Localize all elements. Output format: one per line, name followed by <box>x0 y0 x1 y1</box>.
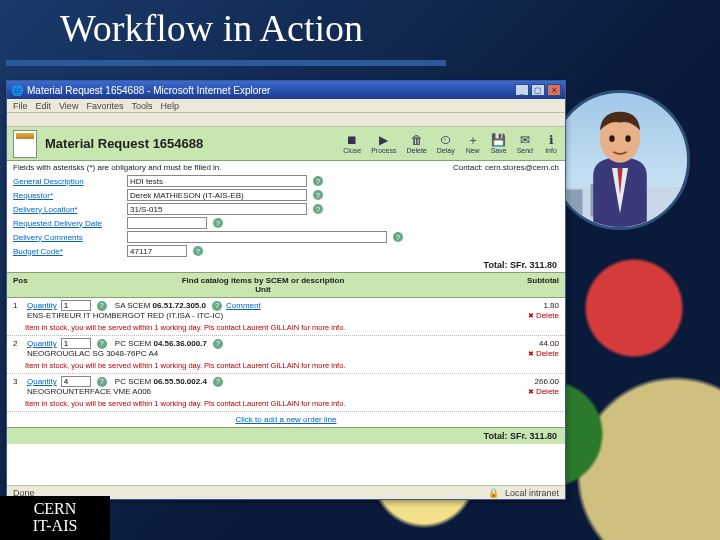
menu-view[interactable]: View <box>59 101 78 111</box>
scem-label: PC SCEM 04.56.36.000.7 <box>115 339 207 348</box>
close-action[interactable]: ⏹Close <box>343 133 361 154</box>
new-action[interactable]: ＋New <box>465 133 481 154</box>
contact-label: Contact: cern.stores@cern.ch <box>453 163 559 172</box>
help-icon[interactable]: ? <box>212 301 222 311</box>
field-budget[interactable]: 47117 <box>127 245 187 257</box>
required-note-row: Fields with asterisks (*) are obligatory… <box>7 161 565 174</box>
field-delivery-comments[interactable] <box>127 231 387 243</box>
maximize-button[interactable]: ▢ <box>531 84 545 96</box>
field-delivery-date[interactable] <box>127 217 207 229</box>
scem-label: PC SCEM 06.55.50.002.4 <box>115 377 207 386</box>
catalog-header: Pos Find catalog items by SCEM or descri… <box>7 272 565 298</box>
line-desc: NEOGROUGLAC SG 3048-76PC A4 <box>13 349 158 358</box>
browser-window: 🌐 Material Request 1654688 - Microsoft I… <box>6 80 566 500</box>
menu-tools[interactable]: Tools <box>131 101 152 111</box>
qty-label[interactable]: Quantity <box>27 301 57 310</box>
required-note: Fields with asterisks (*) are obligatory… <box>13 163 222 172</box>
line-subtotal: 1.80 <box>543 301 559 310</box>
footer-badge: CERN IT-AIS <box>0 496 110 540</box>
delete-action[interactable]: 🗑Delete <box>407 133 427 154</box>
lock-icon: 🔒 <box>488 488 499 498</box>
help-icon[interactable]: ? <box>97 301 107 311</box>
document-icon <box>13 130 37 158</box>
window-titlebar[interactable]: 🌐 Material Request 1654688 - Microsoft I… <box>7 81 565 99</box>
col-find: Find catalog items by SCEM or descriptio… <box>37 276 489 294</box>
line-pos: 2 <box>13 339 23 348</box>
label-delivery-loc[interactable]: Delivery Location* <box>13 205 123 214</box>
stock-message: Item in stock, you will be served within… <box>7 322 565 336</box>
help-icon[interactable]: ? <box>213 218 223 228</box>
menu-edit[interactable]: Edit <box>36 101 52 111</box>
minimize-button[interactable]: _ <box>515 84 529 96</box>
businessman-avatar <box>550 90 690 230</box>
qty-label[interactable]: Quantity <box>27 339 57 348</box>
qty-label[interactable]: Quantity <box>27 377 57 386</box>
process-action[interactable]: ▶Process <box>371 133 396 154</box>
page-header: Material Request 1654688 ⏹Close ▶Process… <box>7 127 565 161</box>
help-icon[interactable]: ? <box>313 204 323 214</box>
line-desc: ENS-ETIREUR IT HOMBERGOT RED (IT.ISA - I… <box>13 311 223 320</box>
stock-message: Item in stock, you will be served within… <box>7 360 565 374</box>
menu-favorites[interactable]: Favorites <box>86 101 123 111</box>
order-line: 1 Quantity ? SA SCEM 06.51.72.305.0 ? Co… <box>7 298 565 322</box>
label-requestor[interactable]: Requestor* <box>13 191 123 200</box>
slide-title: Workflow in Action <box>60 6 363 50</box>
order-line: 2 Quantity ? PC SCEM 04.56.36.000.7 ? 44… <box>7 336 565 360</box>
title-underline <box>6 60 446 66</box>
page-content: Material Request 1654688 ⏹Close ▶Process… <box>7 127 565 485</box>
label-delivery-date[interactable]: Requested Delivery Date <box>13 219 123 228</box>
qty-input[interactable] <box>61 338 91 349</box>
header-total: Total: SFr. 311.80 <box>7 258 565 272</box>
delay-action[interactable]: ⏲Delay <box>437 133 455 154</box>
info-action[interactable]: ℹInfo <box>543 133 559 154</box>
label-general-desc[interactable]: General Description <box>13 177 123 186</box>
scem-label: SA SCEM 06.51.72.305.0 <box>115 301 206 310</box>
line-subtotal: 44.00 <box>539 339 559 348</box>
line-subtotal: 266.00 <box>535 377 559 386</box>
ie-logo-icon: 🌐 <box>11 85 23 96</box>
window-title: Material Request 1654688 - Microsoft Int… <box>27 85 270 96</box>
action-toolbar: ⏹Close ▶Process 🗑Delete ⏲Delay ＋New 💾Sav… <box>343 133 559 154</box>
menu-help[interactable]: Help <box>160 101 179 111</box>
col-pos: Pos <box>13 276 37 294</box>
stock-message: Item in stock, you will be served within… <box>7 398 565 412</box>
line-desc: NEOGROUNTERFACE VME A006 <box>13 387 151 396</box>
line-pos: 1 <box>13 301 23 310</box>
zone-label: Local intranet <box>505 488 559 498</box>
help-icon[interactable]: ? <box>213 339 223 349</box>
browser-toolbar[interactable] <box>7 113 565 127</box>
qty-input[interactable] <box>61 300 91 311</box>
delete-line[interactable]: Delete <box>528 387 559 396</box>
field-delivery-loc[interactable]: 31/S-015 <box>127 203 307 215</box>
help-icon[interactable]: ? <box>213 377 223 387</box>
help-icon[interactable]: ? <box>313 190 323 200</box>
help-icon[interactable]: ? <box>97 377 107 387</box>
save-action[interactable]: 💾Save <box>491 133 507 154</box>
browser-menubar[interactable]: File Edit View Favorites Tools Help <box>7 99 565 113</box>
svg-point-5 <box>625 135 630 142</box>
col-subtotal: Subtotal <box>489 276 559 294</box>
close-button[interactable]: ✕ <box>547 84 561 96</box>
help-icon[interactable]: ? <box>313 176 323 186</box>
label-delivery-comments[interactable]: Delivery Comments <box>13 233 123 242</box>
delete-line[interactable]: Delete <box>528 311 559 320</box>
help-icon[interactable]: ? <box>97 339 107 349</box>
comment-link[interactable]: Comment <box>226 301 261 310</box>
delete-line[interactable]: Delete <box>528 349 559 358</box>
grand-total: Total: SFr. 311.80 <box>7 427 565 444</box>
order-line: 3 Quantity ? PC SCEM 06.55.50.002.4 ? 26… <box>7 374 565 398</box>
svg-point-4 <box>609 135 614 142</box>
line-pos: 3 <box>13 377 23 386</box>
add-order-line[interactable]: Click to add a new order line <box>7 412 565 427</box>
menu-file[interactable]: File <box>13 101 28 111</box>
field-requestor[interactable]: Derek MATHIESON (IT-AIS-EB) <box>127 189 307 201</box>
send-action[interactable]: ✉Send <box>517 133 533 154</box>
field-general-desc[interactable]: HDI tests <box>127 175 307 187</box>
qty-input[interactable] <box>61 376 91 387</box>
label-budget[interactable]: Budget Code* <box>13 247 123 256</box>
help-icon[interactable]: ? <box>393 232 403 242</box>
page-title: Material Request 1654688 <box>45 136 203 151</box>
help-icon[interactable]: ? <box>193 246 203 256</box>
